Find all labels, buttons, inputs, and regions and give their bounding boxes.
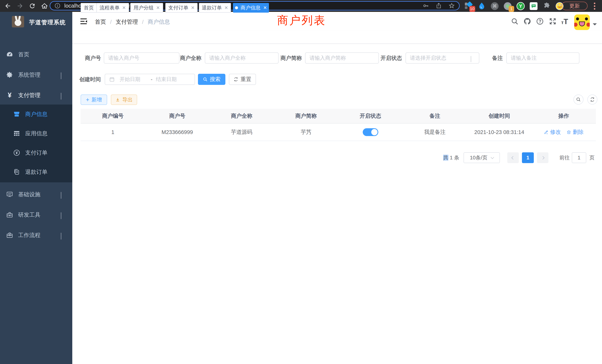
browser-back-icon[interactable] [4,2,11,10]
sidebar-item-devtools[interactable]: 研发工具 [0,205,72,224]
avatar-caret-down-icon[interactable] [593,23,597,27]
cell-create-time: 2021-10-23 08:31:14 [467,129,532,135]
reset-button[interactable]: 重置 [229,74,256,85]
help-icon[interactable] [536,17,544,25]
browser-reload-icon[interactable] [29,2,36,10]
table-refresh-button[interactable] [587,95,597,105]
col-create-time: 创建时间 [467,112,532,120]
extension-drop-icon[interactable] [477,2,486,10]
tab-close-icon[interactable]: ✕ [156,5,160,10]
pagination-total: 共 1 条 [443,152,459,163]
sidebar-item-merchant-info[interactable]: 商户信息 [0,105,72,123]
sidebar-item-pay[interactable]: ¥ 支付管理 [0,86,72,105]
sidebar-item-label: 商户信息 [25,110,47,118]
extension-y-icon[interactable]: Y [516,2,525,10]
app-logo[interactable] [12,16,24,27]
password-key-icon[interactable] [422,2,429,9]
sidebar-item-label: 退款订单 [25,168,47,176]
browser-update-button[interactable]: 更新 [562,2,588,10]
status-select[interactable]: 请选择开启状态 [406,53,479,64]
extension-chat-icon[interactable] [529,2,538,10]
page-1-button[interactable]: 1 [522,152,534,163]
sidebar-item-infra[interactable]: 基础设施 [0,185,72,204]
share-icon[interactable] [435,2,442,9]
start-date-placeholder[interactable]: 开始日期 [119,76,147,83]
filter-label-create-time: 创建时间 [79,74,101,85]
total-suffix: 条 [454,155,459,161]
browser-forward-icon[interactable] [16,2,24,10]
sidebar-item-app-info[interactable]: 应用信息 [0,124,72,143]
search-button[interactable]: 搜索 [198,74,225,85]
app-title[interactable]: 芋道管理系统 [29,19,66,26]
tab-close-icon[interactable]: ✕ [122,5,126,10]
tab-close-icon[interactable]: ✕ [263,5,267,10]
next-page-button[interactable] [537,152,548,163]
delete-label: 删除 [573,128,583,136]
remark-input[interactable]: 请输入备注 [506,53,579,64]
sidebar-item-home[interactable]: 首页 [0,45,72,64]
filter-label-remark: 备注 [492,53,503,64]
add-button[interactable]: + 新增 [81,95,107,105]
merchant-no-input[interactable]: 请输入商户号 [104,53,179,64]
search-button-label: 搜索 [210,76,221,83]
fullscreen-icon[interactable] [549,17,557,25]
extension-recorder-icon[interactable]: 1 [503,2,512,10]
font-size-icon[interactable]: тT [561,17,569,25]
tab-close-icon[interactable]: ✕ [224,5,228,10]
prev-page-button[interactable] [507,152,519,163]
edit-link[interactable]: 修改 [544,128,561,136]
browser-home-icon[interactable] [41,2,48,10]
breadcrumb-separator: / [142,19,143,25]
export-button[interactable]: 导出 [111,95,137,105]
current-page: 1 [526,155,529,161]
sidebar-item-system[interactable]: 系统管理 [0,66,72,84]
tab-home[interactable]: 首页 [81,3,97,13]
header-search-icon[interactable] [511,17,519,25]
tab-user-group[interactable]: 用户分组✕ [130,3,163,13]
browser-menu-icon[interactable] [594,3,596,10]
cell-merchant-id: 1 [81,129,145,135]
breadcrumb-pay[interactable]: 支付管理 [116,18,138,26]
github-icon[interactable] [523,17,531,25]
sidebar-item-refund-order[interactable]: 退款订单 [0,163,72,181]
chevron-down-icon [61,233,66,238]
documents-icon [13,169,21,175]
create-time-range-picker[interactable]: 开始日期 - 结束日期 [105,74,195,85]
y-letter: Y [519,3,522,9]
tab-label: 支付订单 [168,4,188,11]
sidebar-item-workflow[interactable]: 工作流程 [0,226,72,245]
extensions-puzzle-icon[interactable] [542,2,551,10]
extension-tampermonkey-icon[interactable]: 10 [464,2,473,10]
page-info-icon[interactable] [54,3,61,9]
tab-process-form[interactable]: 流程表单✕ [96,3,129,13]
tab-pay-order[interactable]: 支付订单✕ [165,3,198,13]
breadcrumb-home[interactable]: 首页 [95,18,106,26]
end-date-placeholder[interactable]: 结束日期 [156,76,177,83]
reset-button-label: 重置 [241,76,251,83]
filter-label-merchant-no: 商户号 [78,53,101,64]
sidebar-item-pay-order[interactable]: 支付订单 [0,143,72,162]
page-size-select[interactable]: 10条/页 [463,152,500,163]
merchant-name-input[interactable]: 请输入商户全称 [205,53,279,64]
sidebar-submenu-pay: 商户信息 应用信息 支付订单 退款订单 [0,105,72,182]
user-avatar[interactable] [574,14,590,30]
extension-badge: 10 [469,6,475,12]
extension-command-icon[interactable]: ⌘ [490,2,499,10]
range-separator: - [147,76,156,82]
page-suffix: 页 [589,152,595,163]
merchant-short-input[interactable]: 请输入商户简称 [305,53,379,64]
bookmark-star-icon[interactable] [448,2,455,9]
page-size-value: 10条/页 [470,154,487,161]
delete-link[interactable]: 删除 [566,128,583,136]
sidebar-fold-icon[interactable] [80,18,87,24]
tab-merchant-info[interactable]: 商户信息✕ [233,3,269,13]
table-search-toggle-button[interactable] [573,95,583,105]
tab-refund-order[interactable]: 退款订单✕ [199,3,231,13]
status-toggle[interactable] [363,128,378,136]
tags-view-bar [72,31,602,43]
table-header-row: 商户编号 商户号 商户全称 商户简称 开启状态 备注 创建时间 操作 [81,109,596,124]
sidebar-item-label: 系统管理 [18,71,40,79]
cell-merchant-no: M233666999 [145,129,210,135]
goto-page-input[interactable]: 1 [572,152,586,163]
tab-close-icon[interactable]: ✕ [191,5,195,10]
